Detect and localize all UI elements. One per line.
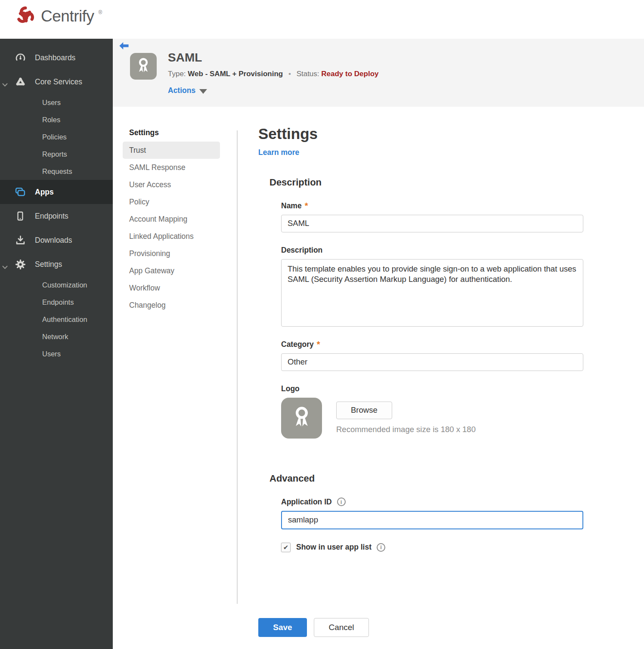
form-footer: Save Cancel [258,618,594,637]
core-services-icon [14,76,26,88]
type-label: Type: [168,70,186,78]
application-id-label: Application ID [281,498,332,507]
sidebar-item-label: Users [42,350,61,358]
application-id-field[interactable] [281,511,583,529]
name-field[interactable] [281,215,583,232]
check-mark-icon: ✔ [283,544,289,551]
status-badge: Ready to Deploy [321,70,378,78]
sidebar-item-settings[interactable]: Settings [0,252,113,276]
sidebar-item-label: Endpoints [35,212,68,221]
advanced-form: Application ID i ✔ Show in user app list… [281,498,594,552]
sidebar-item-network[interactable]: Network [0,328,113,345]
chevron-down-icon [2,263,8,272]
sidebar-item-downloads[interactable]: Downloads [0,228,113,252]
gear-icon [14,259,26,270]
chevron-down-icon [2,80,8,89]
subnav-item-changelog[interactable]: Changelog [123,297,220,314]
app-meta: Type: Web - SAML + Provisioning • Status… [168,70,378,78]
subnav-item-trust[interactable]: Trust [123,142,220,159]
panel-title: Settings [258,126,594,142]
sidebar-item-dashboards[interactable]: Dashboards [0,46,113,70]
sidebar-item-label: Authentication [42,315,87,324]
sidebar-item-users[interactable]: Users [0,94,113,111]
actions-label: Actions [168,86,195,95]
sidebar-item-label: Endpoints [42,298,74,306]
brand-logo[interactable]: Centrify ® [14,4,102,28]
centrify-swirl-icon [14,4,37,28]
top-bar: Centrify ® [0,0,644,39]
device-icon [14,210,26,222]
settings-subnav: Settings Trust SAML Response User Access… [123,126,220,314]
back-arrow-icon[interactable] [119,42,129,50]
sidebar-nav: Dashboards Core Services Users Roles Pol… [0,39,113,649]
subnav-item-saml-response[interactable]: SAML Response [123,159,220,176]
subnav-header: Settings [123,126,220,142]
content-area: Settings Trust SAML Response User Access… [113,107,644,649]
subnav-item-provisioning[interactable]: Provisioning [123,245,220,262]
sidebar-item-policies[interactable]: Policies [0,128,113,145]
sidebar-item-label: Core Services [35,77,82,87]
sidebar-item-authentication[interactable]: Authentication [0,311,113,328]
subnav-item-app-gateway[interactable]: App Gateway [123,262,220,279]
registered-mark: ® [98,9,102,15]
browse-button[interactable]: Browse [336,402,392,419]
category-label: Category [281,340,314,349]
description-label: Description [281,246,322,255]
sidebar-item-settings-users[interactable]: Users [0,345,113,362]
sidebar-item-settings-endpoints[interactable]: Endpoints [0,294,113,311]
save-button[interactable]: Save [258,618,307,637]
page-title: SAML [168,51,202,65]
brand-name: Centrify [41,4,94,28]
status-label: Status: [297,70,319,78]
download-icon [14,235,26,246]
info-icon[interactable]: i [377,543,385,552]
sidebar-item-label: Roles [42,116,60,124]
logo-label: Logo [281,384,300,393]
sidebar-item-label: Dashboards [35,53,75,62]
name-label: Name [281,201,302,210]
sidebar-item-label: Policies [42,133,67,141]
sidebar-item-label: Users [42,99,61,107]
gauge-icon [14,52,26,64]
category-field[interactable] [281,353,583,371]
actions-dropdown[interactable]: Actions [168,86,207,95]
subnav-item-linked-applications[interactable]: Linked Applications [123,228,220,245]
description-form: Name * Description This template enables… [281,201,594,439]
sidebar-item-roles[interactable]: Roles [0,111,113,128]
app-logo-preview [281,398,322,439]
sidebar-item-label: Customization [42,281,87,289]
meta-separator: • [288,70,291,78]
sidebar-item-label: Downloads [35,236,72,245]
subnav-item-account-mapping[interactable]: Account Mapping [123,210,220,228]
sidebar-item-requests[interactable]: Requests [0,163,113,180]
advanced-section-heading: Advanced [269,473,594,484]
cancel-button[interactable]: Cancel [314,618,369,637]
required-asterisk: * [317,342,320,346]
sidebar-item-label: Apps [35,188,54,197]
apps-icon [14,186,26,198]
required-asterisk: * [305,204,308,208]
award-ribbon-icon [289,405,314,431]
award-ribbon-icon [134,56,152,76]
sidebar-item-label: Requests [42,167,72,176]
show-in-user-app-list-checkbox[interactable]: ✔ [281,543,291,552]
sidebar-item-customization[interactable]: Customization [0,276,113,294]
description-field[interactable]: This template enables you to provide sin… [281,259,583,327]
sidebar-item-label: Settings [35,260,62,269]
app-logo-tile [130,53,157,80]
sidebar-item-core-services[interactable]: Core Services [0,70,113,94]
subnav-item-user-access[interactable]: User Access [123,176,220,193]
sidebar-item-reports[interactable]: Reports [0,145,113,163]
learn-more-link[interactable]: Learn more [258,148,299,157]
subnav-item-policy[interactable]: Policy [123,193,220,210]
info-icon[interactable]: i [337,498,346,506]
sidebar-item-label: Network [42,333,68,341]
app-header: SAML Type: Web - SAML + Provisioning • S… [113,39,644,107]
subnav-item-workflow[interactable]: Workflow [123,279,220,297]
description-section-heading: Description [269,177,594,188]
show-in-user-app-list-label: Show in user app list [296,543,372,552]
settings-panel: Settings Learn more Description Name * D… [258,126,594,637]
sidebar-item-apps[interactable]: Apps [0,180,113,204]
type-value: Web - SAML + Provisioning [188,70,283,78]
sidebar-item-endpoints[interactable]: Endpoints [0,204,113,228]
